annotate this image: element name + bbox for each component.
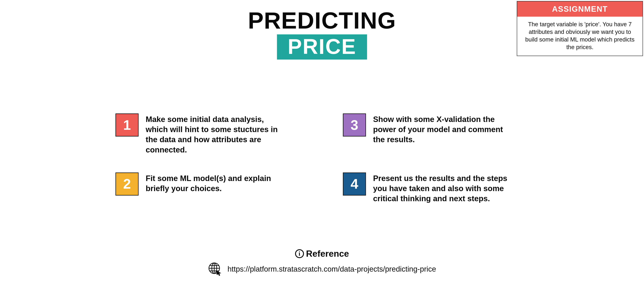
steps-grid: 1 Make some initial data analysis, which…	[116, 114, 542, 203]
step-text-1: Make some initial data analysis, which w…	[146, 114, 284, 155]
step-badge-2: 2	[116, 172, 138, 196]
reference-link-row: https://platform.stratascratch.com/data-…	[208, 262, 436, 276]
step-text-2: Fit some ML model(s) and explain briefly…	[146, 172, 284, 193]
assignment-header: ASSIGNMENT	[517, 1, 642, 17]
reference-heading: i Reference	[208, 249, 436, 259]
step-item-2: 2 Fit some ML model(s) and explain brief…	[116, 172, 314, 204]
globe-cursor-icon	[208, 262, 222, 276]
step-badge-3: 3	[343, 114, 366, 137]
step-item-4: 4 Present us the results and the steps y…	[343, 172, 542, 204]
step-text-3: Show with some X-validation the power of…	[373, 114, 512, 145]
info-icon: i	[295, 249, 304, 258]
step-item-1: 1 Make some initial data analysis, which…	[116, 114, 314, 155]
title-line2-box: PRICE	[277, 34, 367, 60]
step-badge-1: 1	[116, 114, 138, 137]
title-line1: PREDICTING	[248, 9, 396, 32]
reference-heading-text: Reference	[306, 249, 349, 259]
step-text-4: Present us the results and the steps you…	[373, 172, 512, 204]
reference-url[interactable]: https://platform.stratascratch.com/data-…	[228, 265, 436, 273]
title-block: PREDICTING PRICE	[248, 9, 396, 60]
step-badge-4: 4	[343, 172, 366, 196]
title-line2: PRICE	[288, 36, 356, 57]
assignment-box: ASSIGNMENT The target variable is 'price…	[517, 1, 643, 56]
step-item-3: 3 Show with some X-validation the power …	[343, 114, 542, 155]
assignment-body: The target variable is 'price'. You have…	[517, 17, 642, 56]
reference-block: i Reference https://platform.stratascrat…	[208, 249, 436, 276]
